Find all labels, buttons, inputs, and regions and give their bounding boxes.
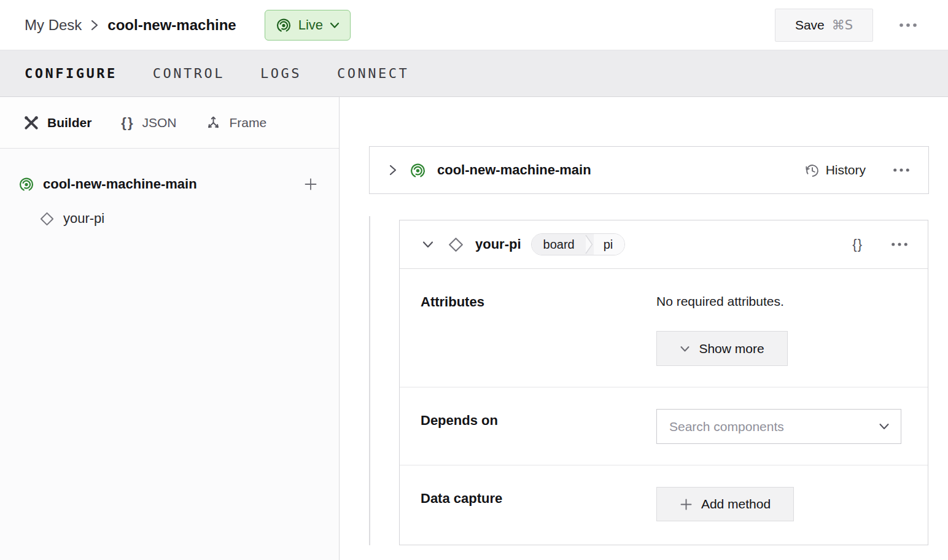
- depends-on-section: Depends on: [400, 387, 928, 465]
- sidebar-mode-tabs: Builder {} JSON Frame: [0, 97, 339, 149]
- history-button[interactable]: History: [804, 163, 866, 178]
- breadcrumb-chevron-icon: [90, 18, 99, 32]
- chevron-down-icon: [330, 21, 340, 29]
- chevron-down-icon: [879, 422, 890, 430]
- data-capture-label: Data capture: [400, 465, 656, 507]
- config-main-pane: cool-new-machine-main History: [340, 97, 948, 560]
- part-card-expand-icon[interactable]: [386, 161, 400, 179]
- plus-icon: [680, 498, 693, 511]
- component-card-collapse-icon[interactable]: [419, 238, 437, 251]
- data-capture-section: Data capture Add method: [400, 465, 928, 546]
- attributes-label: Attributes: [400, 269, 656, 310]
- depends-on-label: Depends on: [400, 387, 656, 429]
- component-card-title: your-pi: [475, 236, 521, 252]
- resource-tree: cool-new-machine-main your-pi: [0, 149, 339, 233]
- tools-icon: [23, 115, 39, 131]
- show-more-button[interactable]: Show more: [656, 331, 788, 366]
- main-nav-tabs: CONFIGURE CONTROL LOGS CONNECT: [0, 50, 948, 97]
- part-card-title: cool-new-machine-main: [437, 162, 591, 178]
- mode-tab-frame[interactable]: Frame: [206, 115, 266, 130]
- component-json-toggle-icon[interactable]: {}: [851, 234, 864, 255]
- component-card: your-pi board pi {} Attributes No requir…: [399, 220, 928, 545]
- breadcrumb-root-link[interactable]: My Desk: [25, 17, 82, 34]
- tree-item-component-label: your-pi: [63, 211, 104, 227]
- tab-control[interactable]: CONTROL: [153, 66, 225, 81]
- mode-tab-frame-label: Frame: [229, 115, 266, 130]
- part-card: cool-new-machine-main History: [369, 146, 929, 194]
- model-badge: pi: [594, 234, 625, 255]
- braces-icon: {}: [121, 115, 134, 131]
- component-api-model-badge: board pi: [531, 233, 626, 255]
- header-overflow-menu-icon[interactable]: [893, 18, 923, 33]
- save-button[interactable]: Save ⌘S: [775, 9, 873, 42]
- component-card-menu-icon[interactable]: [888, 238, 911, 251]
- save-label: Save: [795, 18, 825, 33]
- mode-tab-json-label: JSON: [142, 115, 176, 130]
- part-card-menu-icon[interactable]: [890, 164, 912, 176]
- attributes-note: No required attributes.: [656, 269, 928, 309]
- diamond-icon: [39, 211, 55, 227]
- add-resource-icon[interactable]: [301, 174, 321, 194]
- machine-status-label: Live: [298, 17, 323, 33]
- badge-divider-icon: [585, 234, 594, 255]
- breadcrumb: My Desk cool-new-machine: [25, 17, 236, 34]
- part-group-connector-line: [369, 216, 370, 545]
- tree-item-machine-part[interactable]: cool-new-machine-main: [0, 169, 339, 199]
- show-more-label: Show more: [699, 341, 764, 356]
- history-clock-icon: [804, 163, 820, 178]
- diamond-icon: [448, 236, 464, 253]
- live-part-icon: [18, 176, 34, 192]
- api-badge: board: [532, 234, 585, 255]
- live-signal-icon: [276, 17, 292, 33]
- depends-on-select[interactable]: [656, 409, 901, 444]
- search-components-input[interactable]: [669, 419, 879, 434]
- save-shortcut: ⌘S: [832, 18, 853, 33]
- tab-logs[interactable]: LOGS: [260, 66, 301, 81]
- breadcrumb-machine-name: cool-new-machine: [107, 17, 236, 34]
- mode-tab-json[interactable]: {} JSON: [121, 115, 176, 131]
- machine-status-dropdown[interactable]: Live: [265, 10, 351, 41]
- tab-connect[interactable]: CONNECT: [337, 66, 409, 81]
- mode-tab-builder[interactable]: Builder: [23, 115, 91, 131]
- frame-axes-icon: [206, 115, 221, 130]
- add-method-button[interactable]: Add method: [656, 487, 794, 521]
- chevron-down-icon: [680, 345, 690, 352]
- attributes-section: Attributes No required attributes. Show …: [400, 269, 928, 387]
- history-label: History: [826, 163, 866, 177]
- tab-configure[interactable]: CONFIGURE: [25, 66, 117, 81]
- live-part-icon: [410, 162, 426, 179]
- tree-item-component[interactable]: your-pi: [0, 204, 339, 233]
- add-method-label: Add method: [701, 497, 771, 511]
- app-header: My Desk cool-new-machine Live Save ⌘S: [0, 0, 948, 50]
- component-card-header: your-pi board pi {}: [400, 220, 928, 269]
- mode-tab-builder-label: Builder: [47, 115, 91, 130]
- tree-item-part-label: cool-new-machine-main: [43, 176, 197, 192]
- config-sidebar: Builder {} JSON Frame: [0, 97, 340, 560]
